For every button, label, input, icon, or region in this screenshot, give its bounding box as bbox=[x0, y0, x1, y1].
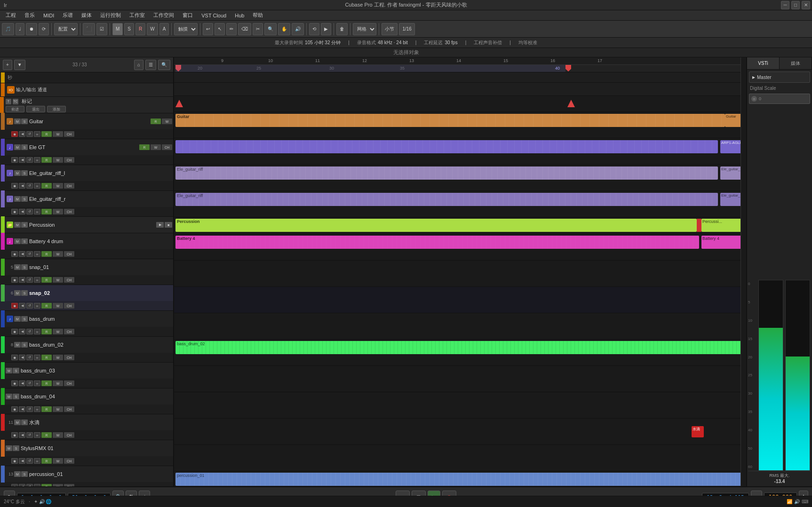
menu-help[interactable]: 帮助 bbox=[249, 11, 267, 20]
marker-tc-btn[interactable]: TC bbox=[13, 99, 18, 104]
bd03-mon[interactable]: ◀ bbox=[19, 380, 25, 386]
bat4-solo[interactable]: S bbox=[21, 238, 28, 244]
bassdrum-solo[interactable]: S bbox=[21, 316, 28, 322]
stylus-ch[interactable]: CH bbox=[64, 458, 74, 464]
snap01-link[interactable]: ∞ bbox=[34, 277, 40, 283]
bd-link[interactable]: ∞ bbox=[34, 329, 40, 334]
list-btn[interactable]: ☰ bbox=[145, 60, 156, 70]
bat4-mon[interactable]: ◀ bbox=[19, 251, 25, 257]
guitar-ch[interactable]: CH bbox=[64, 131, 74, 137]
snap02-mon[interactable]: ◀ bbox=[19, 303, 25, 309]
arrangement-area[interactable]: 9 10 11 12 13 14 15 16 17 20 25 30 35 40 bbox=[174, 57, 746, 486]
perc01-link[interactable]: ∞ bbox=[34, 484, 40, 486]
snap02-mute[interactable]: M bbox=[14, 290, 21, 296]
snap02-rec[interactable]: ⏺ bbox=[11, 303, 18, 309]
shui-r[interactable]: R bbox=[41, 432, 52, 438]
elegt-r2[interactable]: R bbox=[41, 157, 52, 163]
snap01-rec[interactable]: ⏺ bbox=[11, 277, 18, 283]
bd04-solo[interactable]: S bbox=[13, 394, 19, 399]
metronome-btn[interactable]: ♩ bbox=[16, 23, 24, 35]
menu-run[interactable]: 运行控制 bbox=[96, 11, 125, 20]
bar-btn[interactable]: 小节 bbox=[382, 23, 398, 35]
bd03-ch[interactable]: CH bbox=[64, 380, 74, 386]
snap01-mute[interactable]: M bbox=[14, 264, 21, 270]
bd04-loop[interactable]: ↺ bbox=[26, 406, 33, 412]
elegt-w2[interactable]: W bbox=[53, 157, 63, 163]
guitar-r2[interactable]: R bbox=[41, 131, 52, 137]
bassdrum-mute[interactable]: M bbox=[14, 316, 21, 322]
bd03-mute[interactable]: M bbox=[6, 368, 12, 373]
shui-ch[interactable]: CH bbox=[64, 432, 74, 438]
del-btn[interactable]: 🗑 bbox=[336, 23, 348, 35]
perc01-solo[interactable]: S bbox=[21, 471, 28, 477]
riffl-w[interactable]: W bbox=[53, 183, 63, 189]
pre-btn[interactable]: ☑ bbox=[96, 23, 107, 35]
snap01-r[interactable]: R bbox=[41, 277, 52, 283]
stylus-solo[interactable]: S bbox=[13, 445, 19, 451]
bd03-link[interactable]: ∞ bbox=[34, 380, 40, 386]
stylus-loop[interactable]: ↺ bbox=[26, 458, 33, 464]
elegt-w-btn[interactable]: W bbox=[151, 144, 161, 150]
bd02-loop[interactable]: ↺ bbox=[26, 355, 33, 360]
bd02-rec[interactable]: ⏺ bbox=[11, 355, 18, 360]
stylus-r[interactable]: R bbox=[41, 458, 52, 464]
guitar-insert-btn[interactable]: R bbox=[151, 119, 161, 124]
elegt-solo[interactable]: S bbox=[21, 144, 28, 150]
riffl-rec[interactable]: ⏺ bbox=[11, 183, 18, 189]
shui-rec[interactable]: ⏺ bbox=[11, 432, 18, 438]
bat4-ch[interactable]: CH bbox=[64, 251, 74, 257]
w-btn[interactable]: W bbox=[147, 23, 158, 35]
riffl-ch[interactable]: CH bbox=[64, 183, 74, 189]
menu-hub[interactable]: Hub bbox=[231, 12, 248, 19]
perc01-rec[interactable]: ⏺ bbox=[11, 484, 18, 486]
snap01-w[interactable]: W bbox=[53, 277, 63, 283]
percussion-clip-right[interactable]: Percussi... bbox=[701, 219, 744, 232]
s-btn[interactable]: S bbox=[124, 23, 134, 35]
project-icon-btn[interactable]: 🎵 bbox=[2, 23, 14, 35]
guitar-mute[interactable]: M bbox=[14, 119, 21, 124]
riffr-loop[interactable]: ↺ bbox=[26, 209, 33, 214]
bd02-ch[interactable]: CH bbox=[64, 355, 74, 360]
search-btn[interactable]: 🔍 bbox=[158, 60, 170, 70]
shui-solo[interactable]: S bbox=[21, 420, 28, 425]
bat4-loop[interactable]: ↺ bbox=[26, 251, 33, 257]
riffl-mute[interactable]: M bbox=[14, 170, 21, 176]
eraser-tool[interactable]: ⌫ bbox=[238, 23, 251, 35]
loop-btn[interactable]: ⟳ bbox=[39, 23, 49, 35]
bat4-link[interactable]: ∞ bbox=[34, 251, 40, 257]
m-btn[interactable]: M bbox=[112, 23, 123, 35]
bd04-w[interactable]: W bbox=[53, 406, 63, 412]
perc01-mute[interactable]: M bbox=[14, 471, 21, 477]
snap01-ch[interactable]: CH bbox=[64, 277, 74, 283]
bd-mon[interactable]: ◀ bbox=[19, 329, 25, 334]
follow-btn[interactable]: ▶ bbox=[321, 23, 331, 35]
guitar-loop[interactable]: ↺ bbox=[26, 131, 33, 137]
guitar-solo[interactable]: S bbox=[21, 119, 28, 124]
riffr-mute[interactable]: M bbox=[14, 196, 21, 202]
end-marker[interactable] bbox=[565, 65, 571, 71]
stylus-link[interactable]: ∞ bbox=[34, 458, 40, 464]
guitar-link[interactable]: ∞ bbox=[34, 131, 40, 137]
elegt-mon[interactable]: ◀ bbox=[19, 157, 25, 163]
elegt-ch2[interactable]: CH bbox=[64, 157, 74, 163]
bd04-mute[interactable]: M bbox=[6, 394, 12, 399]
riffr-solo[interactable]: S bbox=[21, 196, 28, 202]
bat4-w[interactable]: W bbox=[53, 251, 63, 257]
riffr-rec[interactable]: ⏺ bbox=[11, 209, 18, 214]
elegt-link[interactable]: ∞ bbox=[34, 157, 40, 163]
riffl-link[interactable]: ∞ bbox=[34, 183, 40, 189]
menu-vst-cloud[interactable]: VST Cloud bbox=[198, 12, 230, 19]
menu-workspace[interactable]: 工作空间 bbox=[150, 11, 178, 20]
snap02-w[interactable]: W bbox=[53, 303, 63, 309]
perc01-r[interactable]: R bbox=[41, 484, 52, 486]
bd02-clip[interactable]: bass_drum_02 bbox=[175, 341, 744, 354]
bd04-mon[interactable]: ◀ bbox=[19, 406, 25, 412]
a-btn[interactable]: A bbox=[159, 23, 169, 35]
home-btn[interactable]: ⌂ bbox=[134, 60, 143, 70]
guitar-rec[interactable]: ⏺ bbox=[11, 131, 18, 137]
folder-btn[interactable]: ▼ bbox=[14, 60, 25, 70]
elegt-mute[interactable]: M bbox=[14, 144, 21, 150]
riffr-clip[interactable]: Ele_guitar_riff bbox=[175, 193, 718, 206]
guitar-mon[interactable]: ◀ bbox=[19, 131, 25, 137]
menu-midi[interactable]: MIDI bbox=[40, 12, 58, 19]
